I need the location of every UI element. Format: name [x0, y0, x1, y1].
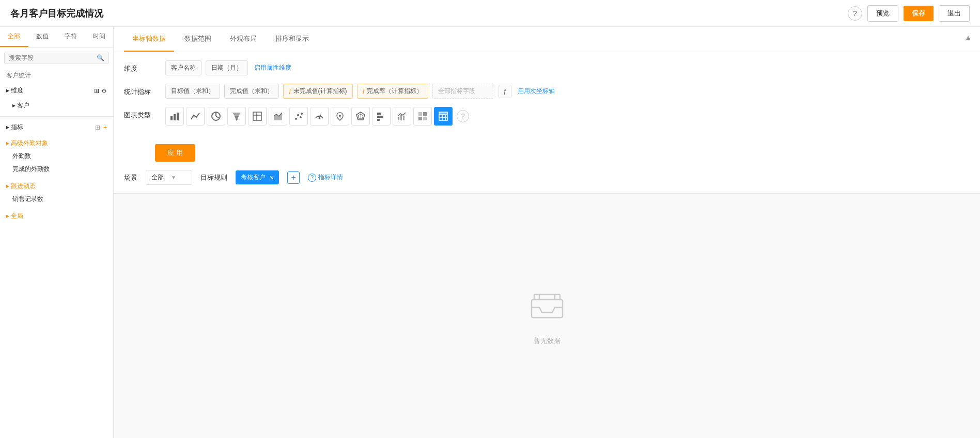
- enable-attribute-dimension-link[interactable]: 启用属性维度: [252, 61, 293, 75]
- no-data-svg: [526, 287, 568, 323]
- metrics-label: ▸ 指标: [6, 123, 23, 132]
- metric-detail-label: 指标详情: [318, 173, 343, 182]
- dimension-config-row: 维度 客户名称 日期（月） 启用属性维度: [124, 60, 970, 75]
- sidebar-tab-all[interactable]: 全部: [0, 27, 28, 47]
- chart-type-pie[interactable]: [207, 107, 225, 126]
- target-tag[interactable]: 考核客户 ×: [236, 170, 279, 184]
- chart-type-config-row: 图表类型: [124, 107, 970, 126]
- cross-table-icon: [252, 111, 262, 121]
- chart-type-gauge[interactable]: [310, 107, 329, 126]
- dim-icon-1[interactable]: ⊞: [94, 87, 99, 95]
- sidebar-item-customer[interactable]: ▸ 客户: [0, 98, 113, 113]
- svg-rect-32: [423, 117, 427, 120]
- chart-type-combo[interactable]: [393, 107, 411, 126]
- apply-button[interactable]: 应 用: [155, 144, 195, 162]
- exit-button[interactable]: 退出: [939, 5, 970, 22]
- config-tab-appearance[interactable]: 外观布局: [222, 27, 265, 52]
- pie-chart-icon: [211, 111, 221, 121]
- metrics-icon-1[interactable]: ⊞: [95, 124, 100, 131]
- sidebar-metric-group-label-3[interactable]: ▸ 全局: [0, 210, 113, 223]
- collapse-button[interactable]: ▲: [965, 33, 972, 41]
- sidebar-tabs: 全部 数值 字符 时间: [0, 27, 113, 48]
- preview-button[interactable]: 预览: [867, 5, 898, 22]
- config-tab-axis[interactable]: 坐标轴数据: [124, 27, 174, 52]
- metrics-config-label: 统计指标: [124, 84, 165, 97]
- config-tab-range[interactable]: 数据范围: [176, 27, 220, 52]
- calc-icon-1: ƒ: [289, 88, 292, 94]
- sidebar-metric-group-label-1[interactable]: ▸ 高级外勤对象: [0, 137, 113, 150]
- svg-rect-25: [377, 119, 380, 121]
- sidebar-dimension-group[interactable]: ▸ 维度 ⊞ ⚙: [0, 83, 113, 98]
- dimension-field-customer[interactable]: 客户名称: [165, 60, 201, 75]
- sidebar-metric-item-1[interactable]: 外勤数: [0, 150, 113, 163]
- dimension-fields: 客户名称 日期（月） 启用属性维度: [165, 60, 970, 75]
- chart-type-pivot[interactable]: [413, 107, 432, 126]
- svg-point-13: [295, 118, 297, 120]
- svg-rect-31: [418, 117, 422, 120]
- help-button[interactable]: ?: [848, 6, 862, 21]
- sidebar-tab-number[interactable]: 数值: [28, 27, 57, 47]
- metric-field-target[interactable]: 目标值（求和）: [165, 84, 220, 99]
- header: 各月客户目标完成情况 ? 预览 保存 退出: [0, 0, 980, 27]
- chart-type-table[interactable]: [434, 107, 453, 126]
- scene-chevron-icon: ▼: [171, 175, 186, 180]
- config-body: 维度 客户名称 日期（月） 启用属性维度 统计指标: [114, 52, 980, 142]
- chart-type-radar[interactable]: [351, 107, 370, 126]
- metric-field-rate[interactable]: ƒ 完成率（计算指标）: [357, 84, 429, 99]
- sidebar-metrics-header: ▸ 指标 ⊞ +: [0, 120, 113, 135]
- svg-rect-27: [400, 115, 402, 120]
- sidebar-search[interactable]: 🔍: [4, 52, 109, 64]
- dimension-field-date[interactable]: 日期（月）: [206, 60, 248, 75]
- chart-type-cross[interactable]: [248, 107, 267, 126]
- target-add-button[interactable]: +: [287, 171, 300, 184]
- metric-field-complete-label: 完成值（求和）: [230, 87, 273, 96]
- dim-icon-2[interactable]: ⚙: [101, 87, 107, 95]
- chart-type-map[interactable]: [331, 107, 349, 126]
- chart-type-funnel[interactable]: [227, 107, 246, 126]
- chart-type-hbar[interactable]: [372, 107, 391, 126]
- svg-rect-26: [398, 117, 399, 120]
- func-button[interactable]: ƒ: [499, 85, 511, 98]
- sidebar-metric-group-label-2[interactable]: ▸ 跟进动态: [0, 180, 113, 193]
- no-data-icon: [526, 287, 568, 330]
- svg-point-14: [297, 114, 299, 116]
- sidebar-metric-item-3[interactable]: 销售记录数: [0, 193, 113, 206]
- svg-point-15: [300, 116, 302, 118]
- chart-type-help[interactable]: ?: [457, 110, 469, 122]
- target-tag-close[interactable]: ×: [270, 174, 274, 182]
- metric-field-target-label: 目标值（求和）: [171, 87, 214, 96]
- content: 坐标轴数据 数据范围 外观布局 排序和显示 ▲ 维度 客户名称 日期（月）: [114, 27, 980, 438]
- metric-detail-button[interactable]: ? 指标详情: [308, 173, 343, 182]
- chart-type-label: 图表类型: [124, 107, 165, 120]
- svg-rect-24: [377, 116, 383, 118]
- chart-type-area[interactable]: [269, 107, 287, 126]
- dimension-label: 维度: [124, 60, 165, 73]
- chart-type-bar[interactable]: [165, 107, 184, 126]
- preview-area: 暂无数据: [114, 194, 980, 438]
- svg-rect-9: [253, 112, 261, 120]
- metric-field-empty[interactable]: 全部指标字段: [432, 84, 494, 99]
- svg-rect-1: [174, 114, 176, 120]
- svg-point-16: [301, 113, 303, 115]
- search-input[interactable]: [9, 54, 97, 61]
- main-layout: 全部 数值 字符 时间 🔍 客户统计 ▸ 维度 ⊞ ⚙ ▸ 客户 ▸ 指标 ⊞ …: [0, 27, 980, 438]
- metric-field-incomplete[interactable]: ƒ 未完成值(计算指标): [283, 84, 353, 99]
- table-icon: [438, 111, 448, 121]
- sidebar-metric-item-2[interactable]: 完成的外勤数: [0, 163, 113, 176]
- config-tab-sort[interactable]: 排序和显示: [267, 27, 317, 52]
- sidebar-metric-group-follow: ▸ 跟进动态 销售记录数: [0, 178, 113, 208]
- sidebar-tab-char[interactable]: 字符: [57, 27, 85, 47]
- chart-type-line[interactable]: [186, 107, 205, 126]
- radar-chart-icon: [355, 111, 366, 121]
- no-data-text: 暂无数据: [534, 336, 561, 346]
- enable-secondary-axis-link[interactable]: 启用次坐标轴: [516, 84, 557, 98]
- scene-select[interactable]: 全部 ▼: [146, 170, 192, 185]
- sidebar-metric-group-global: ▸ 全局: [0, 208, 113, 225]
- chart-type-scatter[interactable]: [289, 107, 308, 126]
- map-icon: [335, 111, 345, 121]
- metric-field-complete[interactable]: 完成值（求和）: [224, 84, 279, 99]
- sidebar-tab-time[interactable]: 时间: [85, 27, 113, 47]
- save-button[interactable]: 保存: [904, 6, 934, 21]
- svg-rect-28: [403, 116, 405, 120]
- metrics-icon-2[interactable]: +: [103, 124, 107, 131]
